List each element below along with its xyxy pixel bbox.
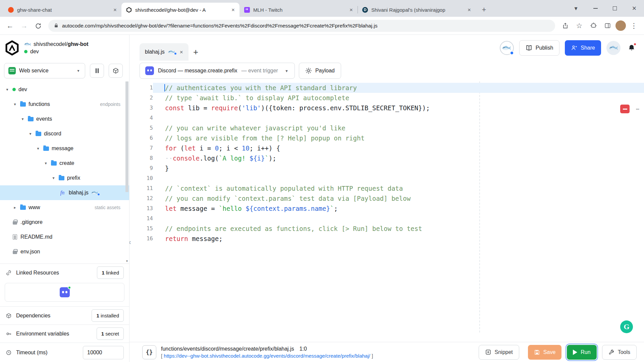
code-line-content[interactable] bbox=[153, 214, 644, 224]
run-button[interactable]: Run bbox=[567, 345, 596, 360]
chevron-right-icon[interactable]: ▸ bbox=[12, 205, 17, 210]
browser-menu-button[interactable]: ⋮ bbox=[628, 20, 640, 32]
chevron-down-icon[interactable]: ▾ bbox=[5, 87, 10, 92]
chevron-down-icon[interactable]: ▾ bbox=[36, 146, 41, 151]
timeout-input[interactable] bbox=[83, 346, 124, 359]
code-line[interactable]: 3const lib = require('lib')({token: proc… bbox=[129, 103, 644, 113]
code-line-content[interactable]: // you can write whatever javascript you… bbox=[153, 123, 644, 133]
code-line[interactable]: 9} bbox=[129, 163, 644, 173]
linked-discord-card[interactable] bbox=[5, 283, 124, 302]
tree-item-events[interactable]: ▾events bbox=[0, 112, 129, 126]
code-line-content[interactable]: // logs are visible from the [? Help] po… bbox=[153, 133, 644, 143]
code-line[interactable]: 12// you can modify `context.params` tes… bbox=[129, 193, 644, 203]
chevron-down-icon[interactable]: ▾ bbox=[28, 131, 33, 136]
tools-button[interactable]: Tools bbox=[602, 345, 637, 360]
code-line-content[interactable]: ··console.log(`A log! ${i}`); bbox=[153, 153, 644, 163]
braces-icon[interactable]: {} bbox=[142, 345, 156, 359]
collaborator-avatar[interactable] bbox=[500, 41, 514, 55]
package-button[interactable] bbox=[109, 64, 123, 78]
extensions-button[interactable] bbox=[587, 20, 599, 32]
tab-close-icon[interactable]: × bbox=[231, 7, 235, 13]
code-line-content[interactable]: let message = `hello ${context.params.na… bbox=[153, 203, 644, 214]
linked-resources-button[interactable]: 1 linked bbox=[97, 266, 124, 279]
tab-close-icon[interactable]: × bbox=[113, 7, 117, 13]
tab-close-icon[interactable]: × bbox=[350, 7, 353, 13]
tree-item-create[interactable]: ▾create bbox=[0, 156, 129, 171]
autocode-logo[interactable] bbox=[4, 40, 20, 56]
code-line-content[interactable]: // authenticates you with the API standa… bbox=[153, 83, 644, 93]
back-button[interactable]: ← bbox=[4, 20, 16, 32]
code-line-content[interactable]: // endpoints are executed as functions, … bbox=[153, 224, 644, 234]
share-page-button[interactable] bbox=[559, 20, 571, 32]
code-line-content[interactable] bbox=[153, 173, 644, 183]
code-line[interactable]: 1// authenticates you with the API stand… bbox=[129, 83, 644, 93]
forward-button[interactable]: → bbox=[18, 20, 30, 32]
new-editor-tab-button[interactable]: + bbox=[189, 43, 203, 61]
service-type-select[interactable]: Web service ▾ bbox=[4, 63, 85, 78]
dependencies-button[interactable]: 1 installed bbox=[92, 309, 124, 322]
chevron-down-icon[interactable]: ▾ bbox=[20, 117, 25, 121]
tree-item-message[interactable]: ▾message bbox=[0, 141, 129, 156]
tree-item-functions[interactable]: ▾functionsendpoints bbox=[0, 97, 129, 112]
chevron-down-icon[interactable]: ▾ bbox=[51, 176, 56, 180]
code-line[interactable]: 10 bbox=[129, 173, 644, 183]
side-panel-button[interactable] bbox=[601, 20, 613, 32]
new-tab-button[interactable]: + bbox=[478, 4, 490, 15]
environment-variables-button[interactable]: 1 secret bbox=[97, 327, 124, 340]
save-button[interactable]: Save bbox=[528, 345, 561, 360]
code-line[interactable]: 6// logs are visible from the [? Help] p… bbox=[129, 133, 644, 143]
window-minimize-button[interactable] bbox=[586, 0, 605, 17]
code-line[interactable]: 11// `context` is automatically populate… bbox=[129, 183, 644, 193]
tree-item-prefix[interactable]: ▾prefix bbox=[0, 171, 129, 185]
editor-tab-blahaj[interactable]: blahaj.js × bbox=[140, 43, 189, 61]
code-line[interactable]: 14 bbox=[129, 214, 644, 224]
window-maximize-button[interactable] bbox=[605, 0, 625, 17]
chevron-down-icon[interactable]: ▾ bbox=[12, 102, 17, 107]
tree-scrollbar[interactable] bbox=[125, 81, 128, 192]
code-line-content[interactable]: const lib = require('lib')({token: proce… bbox=[153, 103, 644, 113]
notifications-button[interactable] bbox=[626, 42, 637, 54]
code-line[interactable]: 5// you can write whatever javascript yo… bbox=[129, 123, 644, 133]
publish-button[interactable]: Publish bbox=[519, 40, 559, 56]
tree-item-env-json[interactable]: env.json bbox=[0, 244, 129, 259]
user-avatar[interactable] bbox=[606, 41, 621, 55]
code-line[interactable]: 8··console.log(`A log! ${i}`); bbox=[129, 153, 644, 163]
code-line-content[interactable]: for (let i = 0; i < 10; i++) { bbox=[153, 143, 644, 153]
window-close-button[interactable]: × bbox=[625, 0, 644, 17]
code-line[interactable]: 7for (let i = 0; i < 10; i++) { bbox=[129, 143, 644, 153]
editor-annotation-menu[interactable]: ⋯ bbox=[636, 106, 639, 112]
code-line-content[interactable]: return message; bbox=[153, 234, 644, 244]
grammarly-extension-button[interactable]: G bbox=[620, 320, 633, 333]
tree-item-discord[interactable]: ▾discord bbox=[0, 126, 129, 141]
tree-item--gitignore[interactable]: .gitignore bbox=[0, 215, 129, 230]
tree-item-blahaj-js[interactable]: fnblahaj.js bbox=[0, 185, 129, 200]
code-line[interactable]: 15// endpoints are executed as functions… bbox=[129, 224, 644, 234]
snippet-button[interactable]: Snippet bbox=[479, 345, 519, 360]
tab-close-icon[interactable]: × bbox=[468, 7, 471, 13]
browser-tab[interactable]: DShivani Rajgopal's (shivanirajgop× bbox=[358, 3, 476, 17]
tree-item-dev[interactable]: ▾dev bbox=[0, 82, 129, 97]
browser-profile-avatar[interactable] bbox=[615, 20, 626, 31]
browser-tab[interactable]: ghw-share-chat× bbox=[3, 3, 121, 17]
bookmark-button[interactable]: ☆ bbox=[573, 20, 585, 32]
browser-tab[interactable]: MLH - Twitch× bbox=[239, 3, 358, 17]
code-line[interactable]: 2// type `await lib.` to display API aut… bbox=[129, 93, 644, 103]
trigger-select[interactable]: Discord — message.create.prefix — event … bbox=[140, 63, 295, 79]
share-project-button[interactable]: Share bbox=[565, 40, 601, 56]
code-line-content[interactable]: // type `await lib.` to display API auto… bbox=[153, 93, 644, 103]
pause-service-button[interactable] bbox=[90, 64, 104, 78]
url-bar[interactable]: autocode.com/mp/shivsthecodel/ghw-bot/de… bbox=[48, 20, 555, 32]
code-line-content[interactable]: // `context` is automatically populated … bbox=[153, 183, 644, 193]
endpoint-url-link[interactable]: https://dev--ghw-bot.shivsthecodel.autoc… bbox=[164, 353, 370, 359]
editor-annotation-flag[interactable] bbox=[620, 105, 630, 113]
code-line[interactable]: 4 bbox=[129, 113, 644, 123]
chevron-down-icon[interactable]: ▾ bbox=[43, 161, 48, 166]
code-line-content[interactable]: } bbox=[153, 163, 644, 173]
code-editor[interactable]: 1// authenticates you with the API stand… bbox=[129, 81, 644, 342]
tree-scroll-down-icon[interactable]: ▾ bbox=[125, 258, 129, 263]
code-line[interactable]: 16return message; bbox=[129, 234, 644, 244]
tree-item-readme-md[interactable]: README.md bbox=[0, 230, 129, 244]
code-line-content[interactable]: // you can modify `context.params` test … bbox=[153, 193, 644, 203]
reload-button[interactable] bbox=[32, 20, 44, 32]
code-line-content[interactable] bbox=[153, 113, 644, 123]
